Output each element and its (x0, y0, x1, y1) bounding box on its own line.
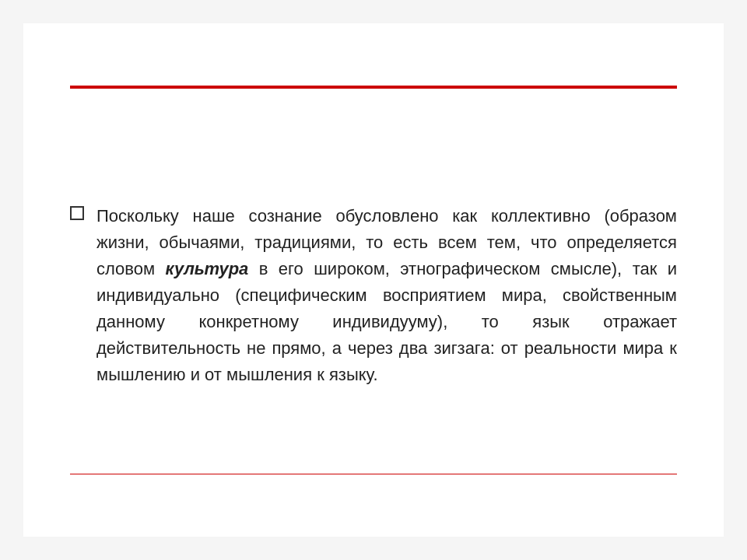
bullet-checkbox (70, 206, 84, 220)
content-area: Поскольку наше сознание обусловлено как … (70, 203, 677, 389)
slide: Поскольку наше сознание обусловлено как … (23, 23, 724, 537)
top-border (70, 86, 677, 89)
main-text: Поскольку наше сознание обусловлено как … (96, 203, 677, 389)
text-bold-italic: культура (166, 259, 249, 278)
bottom-border (70, 474, 677, 474)
